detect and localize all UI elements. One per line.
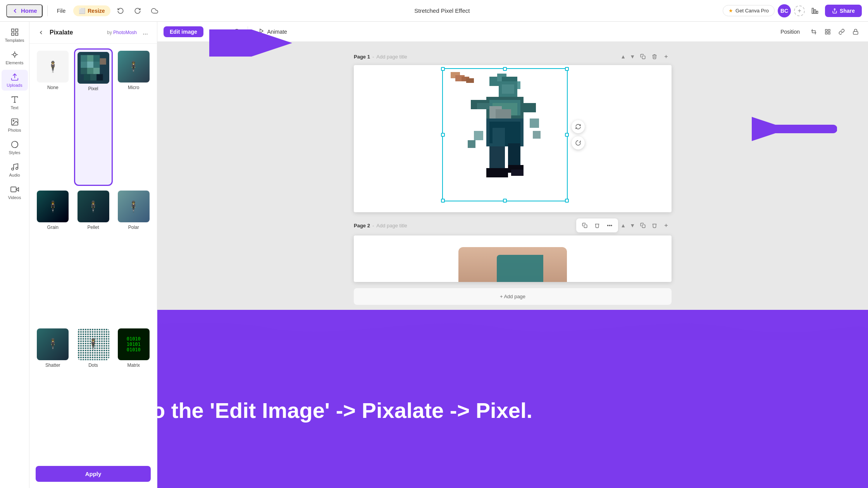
- svg-rect-73: [530, 119, 539, 128]
- page2-delete-button[interactable]: [592, 220, 603, 231]
- page2-canvas[interactable]: [354, 235, 672, 282]
- svg-point-13: [11, 168, 14, 170]
- sidebar-item-text[interactable]: Text: [2, 92, 28, 113]
- filter-micro[interactable]: 🕴️ Micro: [115, 48, 153, 186]
- add-account-button[interactable]: +: [794, 5, 805, 16]
- page1-add-button[interactable]: [661, 51, 672, 62]
- resize-button[interactable]: ⬜ Resize: [73, 5, 110, 16]
- canvapro-button[interactable]: ★ Get Canva Pro: [723, 5, 775, 16]
- svg-marker-15: [16, 187, 18, 191]
- svg-rect-35: [825, 29, 827, 31]
- svg-rect-24: [100, 58, 106, 64]
- svg-rect-23: [93, 62, 100, 68]
- undo-button[interactable]: [114, 4, 127, 18]
- filter-polar-thumb: 🕴️: [118, 191, 150, 222]
- svg-rect-2: [816, 11, 818, 13]
- share-button[interactable]: Share: [825, 5, 862, 17]
- edit-image-button[interactable]: Edit image: [164, 26, 203, 37]
- topbar: Home File ⬜ Resize Stretched Pixel Effec…: [0, 0, 868, 22]
- sidebar-item-uploads[interactable]: Uploads: [2, 70, 28, 91]
- filter-polar-label: Polar: [128, 225, 139, 230]
- edit-toolbar: Edit image Flip Animate Position: [157, 22, 868, 42]
- sidebar-item-videos[interactable]: Videos: [2, 182, 28, 203]
- svg-rect-18: [81, 55, 87, 61]
- page1-container: Page 1 - Add page title ▲ ▼: [354, 51, 672, 212]
- page1-collapse-down[interactable]: ▼: [628, 53, 637, 60]
- avatar[interactable]: BC: [778, 4, 791, 17]
- panel-by-label: by PhotoMosh: [107, 30, 137, 35]
- home-button[interactable]: Home: [6, 4, 43, 17]
- refresh-icon-btn[interactable]: [572, 120, 585, 133]
- svg-point-8: [13, 53, 16, 56]
- svg-rect-71: [474, 131, 483, 140]
- filter-none-label: None: [47, 85, 59, 90]
- page1-title-placeholder[interactable]: Add page title: [376, 54, 407, 60]
- page1-header-left: Page 1 - Add page title: [354, 54, 616, 60]
- flip-button[interactable]: Flip: [207, 26, 228, 37]
- panel-back-button[interactable]: [36, 27, 46, 38]
- rotate-icon-btn[interactable]: [572, 136, 585, 149]
- dancer-selected[interactable]: [443, 69, 567, 201]
- sidebar-styles-label: Styles: [9, 150, 21, 155]
- crop-icon-button[interactable]: [808, 26, 820, 38]
- lock-icon-button[interactable]: [849, 26, 862, 38]
- add-page-panel[interactable]: + Add page: [354, 288, 672, 305]
- cloud-save-button[interactable]: [148, 4, 162, 18]
- dancer-svg: [443, 69, 567, 201]
- analytics-button[interactable]: [808, 4, 822, 18]
- page1-copy-button[interactable]: [637, 51, 648, 62]
- svg-rect-6: [11, 33, 14, 35]
- page1-canvas[interactable]: [354, 65, 672, 212]
- svg-rect-29: [90, 74, 96, 80]
- filter-dots-label: Dots: [88, 363, 98, 368]
- filter-shatter-thumb: 🕴️: [37, 328, 69, 360]
- grid-icon-button[interactable]: [822, 26, 834, 38]
- filter-pixel[interactable]: Pixel: [74, 48, 113, 186]
- page2-more-button[interactable]: •••: [604, 220, 615, 231]
- redo-button[interactable]: [131, 4, 145, 18]
- svg-point-11: [13, 120, 14, 121]
- sidebar-item-audio[interactable]: Audio: [2, 160, 28, 180]
- add-page-button[interactable]: + Add page: [495, 291, 530, 302]
- sidebar-item-styles[interactable]: Styles: [2, 137, 28, 158]
- filter-dots[interactable]: 🕴️ Dots: [74, 326, 113, 461]
- filter-shatter[interactable]: 🕴️ Shatter: [34, 326, 72, 461]
- filter-none-thumb: 🕴️: [37, 51, 69, 82]
- document-title: Stretched Pixel Effect: [165, 7, 720, 14]
- filter-dots-thumb: 🕴️: [78, 328, 109, 360]
- svg-rect-28: [84, 74, 90, 80]
- filter-pixel-thumb: [78, 52, 109, 84]
- filter-none[interactable]: 🕴️ None: [34, 48, 72, 186]
- page1-delete-button[interactable]: [649, 51, 660, 62]
- svg-rect-72: [468, 140, 475, 148]
- link-icon-button[interactable]: [835, 26, 848, 38]
- info-button[interactable]: [231, 26, 243, 38]
- page2-copy-button[interactable]: [637, 220, 648, 231]
- page1-collapse-up[interactable]: ▲: [619, 53, 627, 60]
- apply-button[interactable]: Apply: [36, 466, 151, 482]
- pixalate-panel: Pixalate by PhotoMosh ... 🕴️ None: [29, 22, 157, 488]
- page2-collapse-down[interactable]: ▼: [628, 222, 637, 229]
- page1-header: Page 1 - Add page title ▲ ▼: [354, 51, 672, 62]
- sidebar-item-photos[interactable]: Photos: [2, 115, 28, 136]
- svg-rect-26: [87, 68, 93, 74]
- svg-rect-1: [814, 10, 816, 14]
- file-button[interactable]: File: [52, 5, 71, 16]
- sidebar-templates-label: Templates: [5, 38, 24, 43]
- sidebar-videos-label: Videos: [8, 195, 21, 200]
- filter-grain[interactable]: 🕴️ Grain: [34, 188, 72, 323]
- sidebar-item-elements[interactable]: Elements: [2, 47, 28, 68]
- page2-header-right: ••• ▲ ▼: [576, 218, 672, 232]
- filter-pellet[interactable]: 🕴️ Pellet: [74, 188, 113, 323]
- filter-polar[interactable]: 🕴️ Polar: [115, 188, 153, 323]
- panel-more-button[interactable]: ...: [140, 27, 151, 38]
- animate-button[interactable]: Animate: [253, 26, 293, 37]
- page2-collapse-up[interactable]: ▲: [619, 222, 627, 229]
- page2-copy-icon-button[interactable]: [579, 220, 590, 231]
- page2-add-button[interactable]: [661, 220, 672, 231]
- page2-del-button[interactable]: [649, 220, 660, 231]
- position-button[interactable]: Position: [776, 26, 804, 37]
- sidebar-item-templates[interactable]: Templates: [2, 25, 28, 46]
- page2-title-placeholder[interactable]: Add page title: [376, 223, 407, 229]
- filter-matrix[interactable]: 010101010101010 Matrix: [115, 326, 153, 461]
